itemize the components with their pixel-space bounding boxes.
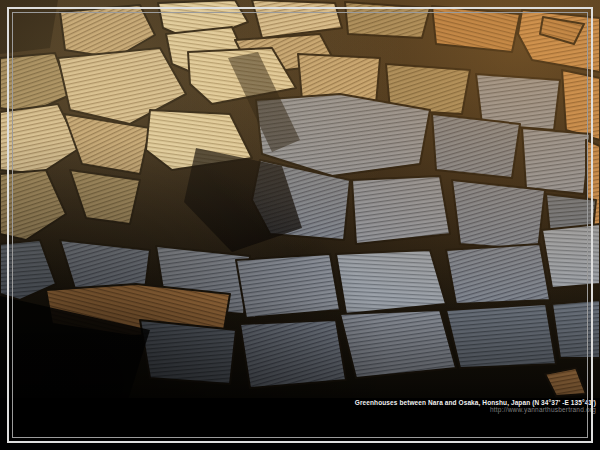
caption-title: Greenhouses between Nara and Osaka, Hons… [355,399,596,406]
aerial-photo-greenhouses [0,0,600,450]
wallpaper: Greenhouses between Nara and Osaka, Hons… [0,0,600,450]
photo-caption: Greenhouses between Nara and Osaka, Hons… [355,399,596,413]
caption-url: http://www.yannarthusbertrand.org [355,406,596,413]
light-overlays [0,0,600,450]
